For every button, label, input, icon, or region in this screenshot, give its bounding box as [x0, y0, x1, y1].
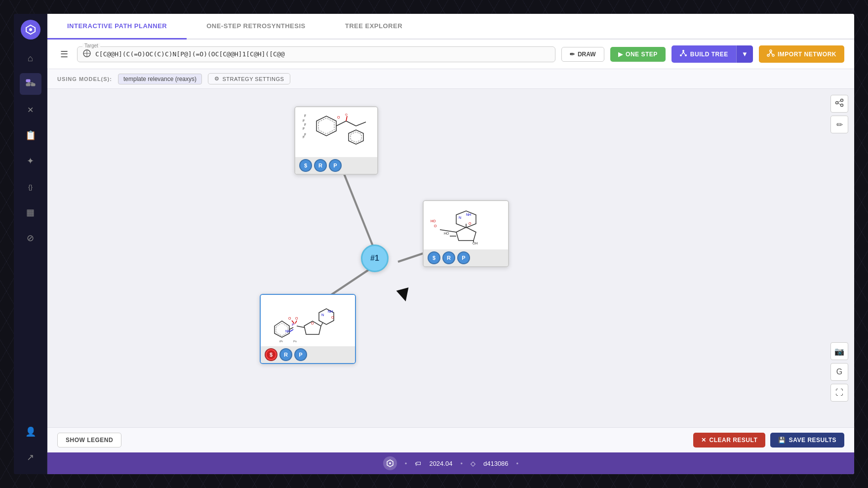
- molecule-card-right[interactable]: N NH O HO OH O HO: [423, 200, 509, 267]
- svg-line-77: [838, 103, 841, 105]
- badge-p-top: P: [329, 159, 342, 172]
- settings-icon: ✦: [27, 156, 34, 166]
- svg-text:N: N: [321, 313, 324, 317]
- smiles-input[interactable]: [95, 50, 550, 58]
- svg-rect-4: [31, 83, 35, 86]
- sidebar-item-docs[interactable]: 📋: [20, 124, 41, 146]
- svg-line-20: [771, 52, 772, 54]
- svg-marker-28: [318, 118, 334, 134]
- svg-line-76: [838, 101, 841, 102]
- edit-view-button[interactable]: ✏: [830, 116, 848, 133]
- svg-text:NH: NH: [466, 213, 471, 216]
- tab-bar: INTERACTIVE PATH PLANNER ONE-STEP RETROS…: [47, 14, 854, 40]
- svg-line-29: [336, 121, 346, 126]
- molecule-card-bottom[interactable]: P O O NH O: [260, 294, 356, 364]
- g-button[interactable]: G: [830, 363, 848, 381]
- sidebar-item-settings[interactable]: ✦: [20, 150, 41, 172]
- menu-icon: ☰: [60, 49, 68, 59]
- svg-text:O: O: [311, 322, 314, 325]
- svg-line-62: [290, 329, 293, 331]
- nodes-view-button[interactable]: [830, 95, 848, 113]
- svg-point-75: [841, 104, 843, 107]
- clear-icon: ✕: [701, 437, 707, 444]
- show-legend-button[interactable]: SHOW LEGEND: [57, 433, 121, 447]
- svg-point-17: [767, 54, 769, 56]
- molecule-card-top[interactable]: F F F F: [294, 106, 378, 175]
- svg-point-74: [841, 99, 843, 102]
- footer-version: 2024.04: [429, 460, 452, 467]
- badge-r-bottom: R: [279, 348, 292, 361]
- footer-tag-icon: 🏷: [415, 460, 421, 467]
- svg-text:NH: NH: [328, 310, 333, 313]
- sidebar-item-table[interactable]: ▦: [20, 202, 41, 223]
- tab-interactive[interactable]: INTERACTIVE PATH PLANNER: [47, 14, 187, 40]
- tree-icon: [26, 79, 36, 89]
- model-name-badge: template relevance (reaxys): [118, 74, 202, 84]
- menu-button[interactable]: ☰: [57, 46, 71, 63]
- camera-button[interactable]: 📷: [830, 342, 848, 360]
- tab-one-step[interactable]: ONE-STEP RETROSYNTHESIS: [187, 14, 325, 40]
- svg-line-31: [356, 122, 366, 126]
- sidebar-item-network[interactable]: ✕: [20, 99, 41, 121]
- molecule-badges-top: $ R P: [295, 157, 377, 174]
- sidebar-item-home[interactable]: ⌂: [20, 47, 41, 69]
- one-step-button[interactable]: ▶ ONE STEP: [610, 47, 666, 62]
- svg-text:HO: HO: [431, 219, 436, 223]
- svg-text:O: O: [295, 317, 298, 320]
- build-tree-dropdown-button[interactable]: ▼: [736, 45, 753, 63]
- footer-logo: [383, 456, 397, 470]
- tab-tree-explorer[interactable]: TREE EXPLORER: [325, 14, 422, 40]
- svg-text:O: O: [434, 224, 437, 228]
- smiles-input-container: Target: [77, 46, 555, 62]
- svg-point-12: [680, 54, 682, 56]
- svg-marker-33: [351, 132, 361, 142]
- home-icon: ⌂: [28, 53, 33, 64]
- sidebar-item-export[interactable]: ↗: [20, 447, 41, 468]
- build-tree-button[interactable]: BUILD TREE: [671, 45, 736, 63]
- svg-text:Py: Py: [293, 340, 297, 342]
- svg-line-19: [769, 52, 771, 54]
- badge-p-bottom: P: [294, 348, 307, 361]
- main-content: INTERACTIVE PATH PLANNER ONE-STEP RETROS…: [47, 14, 854, 474]
- svg-point-13: [685, 54, 687, 56]
- svg-point-18: [772, 54, 774, 56]
- svg-text:O: O: [288, 317, 291, 320]
- save-results-button[interactable]: 💾 SAVE RESULTS: [770, 433, 844, 447]
- network-icon: ✕: [27, 105, 34, 115]
- sidebar-item-tree[interactable]: [20, 73, 41, 95]
- badge-r-right: R: [442, 251, 455, 264]
- svg-text:O: O: [345, 113, 348, 116]
- sidebar-logo: [21, 20, 40, 40]
- using-models-label: USING MODEL(S):: [57, 76, 112, 82]
- draw-button[interactable]: ✏ DRAW: [561, 47, 604, 62]
- sidebar-item-block[interactable]: ⊘: [20, 227, 41, 249]
- svg-text:F: F: [303, 135, 305, 139]
- molecule-img-top: F F F F: [295, 107, 377, 157]
- import-network-button[interactable]: IMPORT NETWORK: [759, 45, 844, 63]
- reaction-node-1[interactable]: #1: [361, 244, 389, 272]
- nodes-icon: [835, 98, 844, 109]
- svg-line-38: [346, 116, 347, 121]
- badge-dollar-right: $: [428, 251, 440, 264]
- svg-text:F: F: [304, 114, 306, 118]
- svg-text:N: N: [459, 216, 461, 219]
- svg-line-67: [321, 323, 323, 326]
- clear-result-button[interactable]: ✕ CLEAR RESULT: [693, 433, 765, 447]
- toolbar: ☰ Target ✏ DRAW ▶ ONE STEP: [47, 40, 854, 69]
- fit-button[interactable]: ⛶: [830, 384, 848, 402]
- svg-text:F: F: [303, 119, 305, 122]
- sidebar-item-user[interactable]: 👤: [20, 421, 41, 443]
- svg-marker-40: [456, 227, 476, 241]
- badge-r-top: R: [314, 159, 327, 172]
- right-toolbar-bottom: 📷 G ⛶: [830, 342, 848, 402]
- right-toolbar: ✏: [830, 95, 848, 133]
- badge-dollar-bottom: $: [265, 348, 277, 361]
- strategy-settings-button[interactable]: ⚙ STRATEGY SETTINGS: [208, 73, 290, 84]
- canvas-area[interactable]: F F F F: [47, 89, 854, 427]
- svg-rect-2: [26, 80, 30, 82]
- fit-icon: ⛶: [835, 388, 843, 397]
- svg-text:O: O: [469, 222, 472, 225]
- svg-marker-27: [316, 116, 336, 136]
- svg-line-14: [682, 52, 683, 54]
- sidebar-item-code[interactable]: {}: [20, 176, 41, 198]
